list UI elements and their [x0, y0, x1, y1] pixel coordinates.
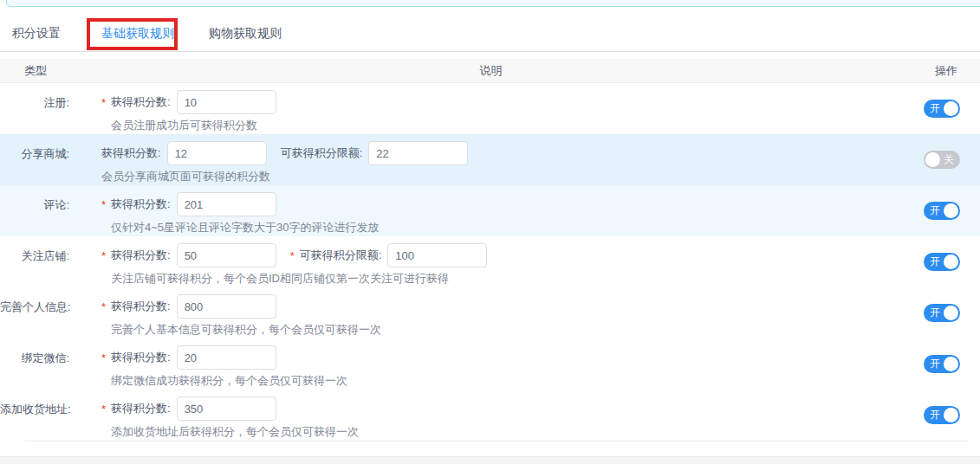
row-type-label: 评论:	[0, 185, 69, 236]
toggle-knob	[944, 101, 958, 116]
toggle-knob	[944, 255, 958, 269]
row-fields: *获得积分数:	[101, 345, 904, 370]
row-description: 仅针对4~5星评论且评论字数大于30字的评论进行发放	[111, 220, 904, 235]
header-description: 说明	[47, 63, 935, 79]
points-input[interactable]	[167, 141, 267, 165]
required-asterisk: *	[101, 300, 111, 313]
field-label: 获得积分数:	[101, 145, 161, 161]
row-fields: *获得积分数:	[101, 90, 904, 114]
table-row: 绑定微信: *获得积分数: 绑定微信成功获得积分，每个会员仅可获得一次 开	[0, 338, 980, 390]
info-alert-remnant	[6, 0, 980, 7]
row-description: 关注店铺可获得积分，每个会员ID相同店铺仅第一次关注可进行获得	[111, 271, 904, 287]
toggle-label: 开	[930, 406, 940, 424]
row-description: 会员分享商城页面可获得的积分数	[101, 169, 904, 184]
points-settings-page: 积分设置 基础获取规则 购物获取规则 类型 说明 操作 注册: *获得积分数: …	[0, 0, 980, 464]
table-row: 注册: *获得积分数: 会员注册成功后可获得积分数 开	[0, 83, 980, 134]
field-label: 获得积分数:	[111, 299, 171, 314]
required-asterisk: *	[101, 198, 111, 211]
tab-basic-acquisition-rules[interactable]: 基础获取规则	[101, 26, 174, 42]
header-action: 操作	[935, 63, 957, 79]
field-label: 获得积分数:	[111, 350, 171, 365]
required-asterisk: *	[101, 96, 111, 109]
field-label: 获得积分数:	[111, 248, 171, 263]
toggle-switch[interactable]: 关	[924, 151, 960, 169]
required-asterisk: *	[101, 351, 111, 364]
row-type-label: 完善个人信息:	[0, 287, 69, 338]
toggle-switch[interactable]: 开	[924, 304, 960, 322]
row-fields: 获得积分数:可获得积分限额:	[101, 141, 904, 165]
tab-bar: 积分设置 基础获取规则 购物获取规则	[0, 7, 980, 52]
required-asterisk: *	[101, 403, 111, 416]
toggle-label: 开	[930, 304, 940, 322]
row-type-label: 绑定微信:	[0, 338, 69, 390]
points-input[interactable]	[177, 192, 276, 216]
points-input[interactable]	[387, 243, 487, 267]
toggle-switch[interactable]: 开	[924, 202, 960, 220]
points-input[interactable]	[177, 345, 276, 370]
row-fields: *获得积分数:	[101, 396, 904, 421]
table-row: 分享商城: 获得积分数:可获得积分限额: 会员分享商城页面可获得的积分数 关	[0, 134, 980, 185]
row-fields: *获得积分数:	[101, 192, 904, 216]
toggle-switch[interactable]: 开	[924, 100, 960, 118]
row-fields: *获得积分数:*可获得积分限额:	[101, 243, 904, 267]
table-bottom-divider	[24, 441, 968, 441]
toggle-knob	[925, 152, 940, 167]
table-row: 完善个人信息: *获得积分数: 完善个人基本信息可获得积分，每个会员仅可获得一次…	[0, 287, 980, 338]
row-description: 添加收货地址后获得积分，每个会员仅可获得一次	[111, 424, 904, 440]
field-label: 获得积分数:	[111, 197, 171, 212]
footer-bar	[0, 456, 980, 464]
points-input[interactable]	[177, 243, 276, 267]
toggle-label: 开	[930, 355, 940, 373]
row-type-label: 注册:	[0, 83, 69, 134]
toggle-switch[interactable]: 开	[924, 406, 960, 424]
row-type-label: 分享商城:	[0, 134, 69, 185]
required-asterisk: *	[101, 249, 111, 262]
table-row: 评论: *获得积分数: 仅针对4~5星评论且评论字数大于30字的评论进行发放 开	[0, 185, 980, 236]
row-type-label: 添加收货地址:	[0, 390, 69, 441]
table-row: 添加收货地址: *获得积分数: 添加收货地址后获得积分，每个会员仅可获得一次 开	[0, 390, 980, 441]
field-label: 可获得积分限额:	[300, 248, 382, 263]
points-input[interactable]	[368, 141, 468, 165]
toggle-switch[interactable]: 开	[924, 253, 960, 271]
table-row: 关注店铺: *获得积分数:*可获得积分限额: 关注店铺可获得积分，每个会员ID相…	[0, 236, 980, 287]
row-type-label: 关注店铺:	[0, 236, 69, 287]
field-label: 获得积分数:	[111, 94, 171, 110]
toggle-knob	[944, 203, 958, 218]
toggle-knob	[944, 357, 958, 371]
row-fields: *获得积分数:	[101, 294, 904, 319]
toggle-label: 开	[930, 100, 940, 118]
tab-shopping-acquisition-rules[interactable]: 购物获取规则	[209, 26, 282, 42]
field-label: 可获得积分限额:	[281, 145, 363, 161]
toggle-knob	[944, 306, 958, 320]
required-asterisk: *	[290, 249, 300, 262]
toggle-label: 开	[930, 202, 940, 220]
table-body: 注册: *获得积分数: 会员注册成功后可获得积分数 开 分享商城: 获得积分数:…	[0, 83, 980, 441]
row-description: 完善个人基本信息可获得积分，每个会员仅可获得一次	[111, 322, 904, 338]
toggle-switch[interactable]: 开	[924, 355, 960, 373]
row-description: 会员注册成功后可获得积分数	[111, 118, 904, 133]
toggle-label: 关	[944, 151, 954, 169]
tab-points-settings[interactable]: 积分设置	[12, 26, 61, 42]
row-description: 绑定微信成功获得积分，每个会员仅可获得一次	[111, 373, 904, 389]
header-type: 类型	[24, 63, 47, 79]
points-input[interactable]	[177, 396, 276, 421]
rules-table: 类型 说明 操作 注册: *获得积分数: 会员注册成功后可获得积分数 开 分享商…	[0, 59, 980, 441]
toggle-knob	[944, 408, 958, 422]
toggle-label: 开	[930, 253, 940, 271]
table-header: 类型 说明 操作	[0, 59, 980, 83]
points-input[interactable]	[177, 294, 276, 319]
field-label: 获得积分数:	[111, 401, 171, 416]
points-input[interactable]	[177, 90, 276, 114]
